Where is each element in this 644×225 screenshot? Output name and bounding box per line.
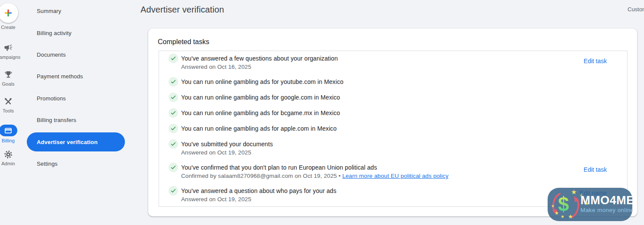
sidebar-item-billing-activity[interactable]: Billing activity <box>27 23 125 42</box>
task-title: You've confirmed that you don't plan to … <box>181 163 449 172</box>
task-row: You've submitted your documents Answered… <box>169 140 273 157</box>
edit-name-link[interactable]: Edit name <box>580 189 607 197</box>
task-title: You can run online gambling ads for yout… <box>181 77 344 86</box>
rail-item-billing[interactable]: Billing <box>0 125 17 143</box>
edit-task-link[interactable]: Edit task <box>583 57 607 65</box>
rail-label-create: Create <box>1 25 16 30</box>
task-title: You can run online gambling ads for appl… <box>181 124 337 133</box>
sidebar-item-payment-methods[interactable]: Payment methods <box>27 67 125 86</box>
check-icon <box>169 186 178 196</box>
task-subtitle: Answered on Oct 19, 2025 <box>181 195 336 204</box>
check-icon <box>169 108 178 118</box>
task-title: You've submitted your documents <box>181 140 273 148</box>
task-subtitle-text: Confirmed by salaam8270968@gmail.com on … <box>181 173 342 179</box>
tools-icon <box>3 97 13 106</box>
sidebar-item-label: Billing activity <box>37 30 71 36</box>
star-icon: ★ <box>551 204 555 208</box>
task-subtitle: Confirmed by salaam8270968@gmail.com on … <box>181 172 449 180</box>
task-row: You've answered a few questions about yo… <box>169 54 338 71</box>
create-button[interactable] <box>0 3 18 23</box>
task-title: You've answered a question about who pay… <box>181 186 336 195</box>
gear-icon <box>3 150 13 159</box>
sidebar-item-label: Settings <box>37 161 57 167</box>
sidebar-item-label: Advertiser verification <box>37 139 98 145</box>
task-row: You can run online gambling ads for goog… <box>169 93 340 102</box>
billing-selected-pill <box>0 125 17 136</box>
task-subtitle: Answered on Oct 16, 2025 <box>181 63 338 71</box>
rail-label-admin: Admin <box>1 161 15 166</box>
task-row: You've confirmed that you don't plan to … <box>169 163 449 180</box>
task-title: You've answered a few questions about yo… <box>181 54 338 63</box>
rail-label-billing: Billing <box>2 138 15 143</box>
task-row: You can run online gambling ads for bcga… <box>169 109 340 118</box>
sidebar-item-label: Billing transfers <box>37 117 76 123</box>
edit-task-link[interactable]: Edit task <box>583 165 607 174</box>
task-title: You can run online gambling ads for bcga… <box>181 109 340 117</box>
advertiser-verification-page: { "page": { "title": "Advertiser verific… <box>0 0 644 225</box>
task-subtitle: Answered on Oct 19, 2025 <box>181 148 273 157</box>
eu-policy-link[interactable]: Learn more about EU political ads policy <box>342 173 449 179</box>
rail-item-tools[interactable]: Tools <box>3 97 14 113</box>
check-icon <box>169 77 178 87</box>
dollar-icon: $ <box>558 194 569 215</box>
rail-item-admin[interactable]: Admin <box>1 150 15 166</box>
task-title: You can run online gambling ads for goog… <box>181 93 340 102</box>
check-icon <box>169 163 178 172</box>
sidebar-item-promotions[interactable]: Promotions <box>27 89 125 108</box>
custom-label[interactable]: Custom <box>628 6 644 13</box>
rail-label-tools: Tools <box>3 108 14 113</box>
sidebar-item-documents[interactable]: Documents <box>27 45 125 64</box>
check-icon <box>169 93 178 102</box>
sidebar-item-advertiser-verification[interactable]: Advertiser verification <box>27 132 125 151</box>
rail-label-campaigns: Campaigns <box>0 55 20 60</box>
task-row: You've answered a question about who pay… <box>169 186 336 204</box>
rail-item-goals[interactable]: Goals <box>2 70 14 87</box>
watermark-tagline: Make money online <box>580 207 632 213</box>
star-icon: ★ <box>568 214 573 219</box>
sidebar-item-label: Promotions <box>37 95 66 102</box>
plus-icon <box>3 8 13 18</box>
sidebar-item-summary[interactable]: Summary <box>27 1 125 20</box>
star-icon: ★ <box>561 215 564 219</box>
card-title: Completed tasks <box>158 38 209 46</box>
rail-item-create[interactable]: Create <box>0 3 18 30</box>
sidebar-item-label: Documents <box>37 51 66 58</box>
tasks-list: You've answered a few questions about yo… <box>159 51 628 207</box>
credit-card-icon <box>4 126 13 135</box>
rail-item-campaigns[interactable]: Campaigns <box>0 43 20 60</box>
rail-label-goals: Goals <box>2 81 14 87</box>
check-icon <box>169 124 178 133</box>
trophy-icon <box>3 70 13 80</box>
check-icon <box>169 139 178 149</box>
sidebar-item-settings[interactable]: Settings <box>27 154 125 173</box>
sidebar-item-label: Summary <box>37 8 61 14</box>
task-row: You can run online gambling ads for yout… <box>169 77 344 87</box>
star-icon: ★ <box>555 211 559 215</box>
page-title: Advertiser verification <box>140 5 224 15</box>
star-icon: ★ <box>571 189 577 195</box>
check-icon <box>169 54 178 63</box>
sidebar-item-label: Payment methods <box>37 73 83 80</box>
megaphone-icon <box>3 43 13 53</box>
sidebar-item-billing-transfers[interactable]: Billing transfers <box>27 110 125 129</box>
task-row: You can run online gambling ads for appl… <box>169 124 337 133</box>
